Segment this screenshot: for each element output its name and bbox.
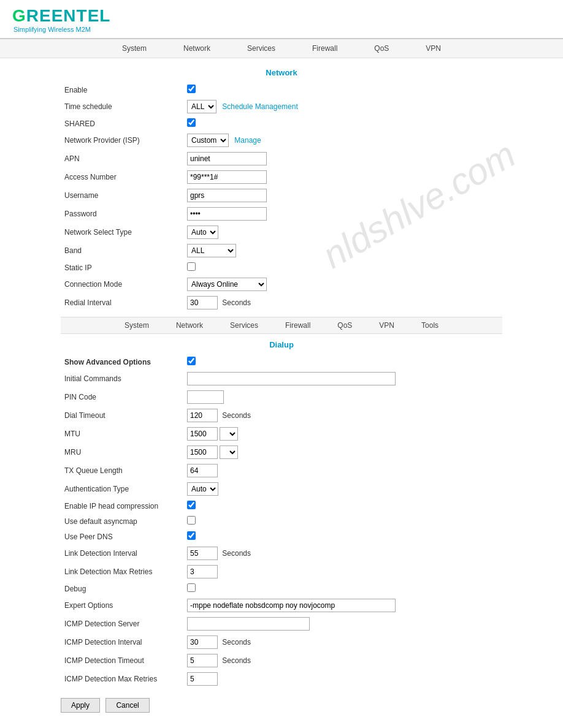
redial-interval-row: Redial Interval Seconds: [61, 294, 502, 312]
expert-options-label: Expert Options: [61, 596, 183, 615]
link-detection-interval-input[interactable]: [187, 547, 218, 560]
manage-link[interactable]: Manage: [234, 136, 261, 145]
shared-row: SHARED: [61, 116, 502, 131]
auth-type-select[interactable]: Auto: [187, 482, 218, 496]
use-default-asyncmap-row: Use default asyncmap: [61, 514, 502, 529]
link-detection-max-row: Link Detection Max Retries: [61, 563, 502, 581]
tagline: Simplifying Wireless M2M: [13, 26, 551, 33]
mtu-input[interactable]: [187, 427, 218, 441]
redial-interval-input[interactable]: [187, 296, 218, 309]
initial-commands-label: Initial Commands: [61, 370, 183, 388]
network-select-type-label: Network Select Type: [61, 223, 183, 241]
enable-ip-head-checkbox[interactable]: [187, 501, 196, 509]
enable-checkbox[interactable]: [187, 85, 196, 93]
use-peer-dns-row: Use Peer DNS: [61, 529, 502, 544]
nav-qos[interactable]: QoS: [356, 39, 407, 58]
dial-timeout-seconds: Seconds: [222, 411, 251, 420]
second-nav-vpn[interactable]: VPN: [366, 317, 408, 333]
nav-services[interactable]: Services: [229, 39, 294, 58]
apply-button[interactable]: Apply: [61, 698, 100, 713]
password-label: Password: [61, 205, 183, 223]
password-input[interactable]: [187, 207, 267, 221]
mru-row: MRU: [61, 443, 502, 461]
show-advanced-row: Show Advanced Options: [61, 354, 502, 370]
redial-seconds-label: Seconds: [222, 298, 251, 307]
icmp-timeout-input[interactable]: [187, 654, 218, 667]
time-schedule-label: Time schedule: [61, 97, 183, 116]
apn-label: APN: [61, 150, 183, 168]
access-number-row: Access Number: [61, 168, 502, 186]
static-ip-checkbox[interactable]: [187, 262, 196, 271]
debug-label: Debug: [61, 581, 183, 596]
nav-system[interactable]: System: [104, 39, 165, 58]
icmp-interval-seconds: Seconds: [222, 638, 251, 646]
mru-select[interactable]: [220, 446, 238, 459]
initial-commands-input[interactable]: [187, 372, 396, 385]
username-label: Username: [61, 186, 183, 205]
time-schedule-select[interactable]: ALL: [187, 100, 216, 113]
mru-input[interactable]: [187, 446, 218, 459]
connection-mode-select[interactable]: Always Online: [187, 278, 267, 291]
static-ip-label: Static IP: [61, 260, 183, 275]
dialup-section-title: Dialup: [61, 336, 502, 354]
icmp-max-retries-label: ICMP Detection Max Retries: [61, 670, 183, 688]
expert-options-input[interactable]: [187, 599, 396, 612]
icmp-server-input[interactable]: [187, 617, 310, 631]
auth-type-row: Authentication Type Auto: [61, 480, 502, 498]
static-ip-row: Static IP: [61, 260, 502, 275]
mtu-select[interactable]: [220, 427, 238, 441]
mtu-row: MTU: [61, 425, 502, 443]
network-select-type-select[interactable]: Auto: [187, 226, 218, 239]
show-advanced-label: Show Advanced Options: [64, 358, 151, 366]
nav-network[interactable]: Network: [165, 39, 229, 58]
icmp-interval-row: ICMP Detection Interval Seconds: [61, 633, 502, 651]
second-nav-firewall[interactable]: Firewall: [272, 317, 324, 333]
access-number-label: Access Number: [61, 168, 183, 186]
show-advanced-checkbox[interactable]: [187, 357, 196, 365]
pin-code-row: PIN Code: [61, 388, 502, 406]
band-label: Band: [61, 241, 183, 260]
cancel-button[interactable]: Cancel: [105, 698, 149, 713]
network-form: Enable Time schedule ALL Schedule Manage…: [61, 82, 502, 312]
auth-type-label: Authentication Type: [61, 480, 183, 498]
second-nav-network[interactable]: Network: [163, 317, 216, 333]
icmp-server-row: ICMP Detection Server: [61, 615, 502, 633]
link-detection-max-input[interactable]: [187, 565, 218, 578]
initial-commands-row: Initial Commands: [61, 370, 502, 388]
band-row: Band ALL: [61, 241, 502, 260]
debug-row: Debug: [61, 581, 502, 596]
dial-timeout-input[interactable]: [187, 409, 218, 422]
use-peer-dns-checkbox[interactable]: [187, 531, 196, 540]
icmp-max-retries-input[interactable]: [187, 672, 218, 686]
access-number-input[interactable]: [187, 170, 267, 184]
network-select-type-row: Network Select Type Auto: [61, 223, 502, 241]
schedule-management-link[interactable]: Schedule Management: [222, 102, 297, 111]
username-input[interactable]: [187, 189, 267, 202]
debug-checkbox[interactable]: [187, 583, 196, 592]
connection-mode-label: Connection Mode: [61, 275, 183, 294]
second-nav-tools[interactable]: Tools: [408, 317, 452, 333]
use-peer-dns-label: Use Peer DNS: [61, 529, 183, 544]
band-select[interactable]: ALL: [187, 244, 236, 257]
username-row: Username: [61, 186, 502, 205]
tx-queue-label: TX Queue Length: [61, 461, 183, 480]
header: GREENTEL Simplifying Wireless M2M: [0, 0, 563, 39]
shared-checkbox[interactable]: [187, 118, 196, 127]
apn-input[interactable]: [187, 152, 267, 165]
icmp-interval-input[interactable]: [187, 635, 218, 649]
link-detection-seconds: Seconds: [222, 549, 251, 558]
use-default-asyncmap-label: Use default asyncmap: [61, 514, 183, 529]
second-nav-system[interactable]: System: [111, 317, 163, 333]
second-nav: System Network Services Firewall QoS VPN…: [61, 317, 502, 334]
tx-queue-input[interactable]: [187, 464, 218, 477]
enable-ip-head-row: Enable IP head compression: [61, 498, 502, 514]
nav-firewall[interactable]: Firewall: [294, 39, 356, 58]
dial-timeout-row: Dial Timeout Seconds: [61, 406, 502, 425]
second-nav-qos[interactable]: QoS: [324, 317, 366, 333]
use-default-asyncmap-checkbox[interactable]: [187, 516, 196, 525]
nav-vpn[interactable]: VPN: [407, 39, 459, 58]
second-nav-services[interactable]: Services: [216, 317, 272, 333]
isp-select[interactable]: Custom: [187, 134, 229, 147]
pin-code-input[interactable]: [187, 390, 224, 404]
enable-label: Enable: [61, 82, 183, 97]
